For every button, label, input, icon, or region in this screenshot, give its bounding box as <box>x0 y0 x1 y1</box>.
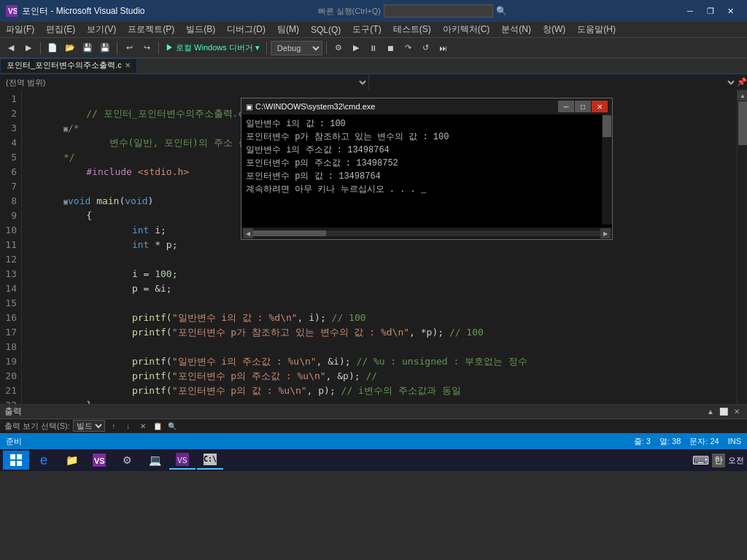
editor-area: 1 2 3 4 5 6 7 8 9 10 11 12 13 14 15 16 1… <box>0 90 747 404</box>
tb-misc-2[interactable]: ▶ <box>348 41 364 55</box>
tb-misc-7[interactable]: ⏭ <box>436 41 452 55</box>
line-num-4: 4 <box>0 136 17 150</box>
menu-sql[interactable]: SQL(Q) <box>305 22 347 37</box>
output-header-buttons: ▲ ⬜ ✕ <box>705 405 743 417</box>
menu-edit[interactable]: 편집(E) <box>40 22 81 37</box>
line-num-9: 9 <box>0 209 17 223</box>
tb-misc-5[interactable]: ↷ <box>400 41 417 55</box>
menu-team[interactable]: 팀(M) <box>271 22 305 37</box>
run-debugger-button[interactable]: ▶ 로컬 Windows 디버거 ▾ <box>163 42 263 53</box>
menu-analyze[interactable]: 분석(N) <box>495 22 537 37</box>
cmd-scroll-thumb[interactable] <box>603 115 611 137</box>
tb-undo-btn[interactable]: ↩ <box>121 41 137 55</box>
line-num-1: 1 <box>0 92 17 106</box>
function-dropdown[interactable] <box>369 74 738 90</box>
menu-tools[interactable]: 도구(T) <box>347 22 387 37</box>
taskbar-explorer[interactable]: 📁 <box>58 451 85 470</box>
output-misc-3[interactable]: ✕ <box>137 420 149 432</box>
menu-help[interactable]: 도움말(H) <box>571 22 622 37</box>
taskbar-vs-icon[interactable]: VS <box>86 451 112 470</box>
cmd-title-buttons: ─ □ ✕ <box>558 101 608 112</box>
output-up-btn[interactable]: ▲ <box>705 405 716 417</box>
tb-open-btn[interactable]: 📂 <box>62 41 78 55</box>
search-icon[interactable]: 🔍 <box>496 6 507 16</box>
menu-project[interactable]: 프로젝트(P) <box>122 22 180 37</box>
minimize-button[interactable]: ─ <box>680 4 700 18</box>
cmd-line-4: 포인터변수 p의 주소값 : 13498752 <box>246 157 608 170</box>
tb-misc-1[interactable]: ⚙ <box>330 41 347 55</box>
line-num-13: 13 <box>0 267 17 281</box>
cmd-hleft-arrow[interactable]: ◀ <box>243 228 253 238</box>
output-misc-5[interactable]: 🔍 <box>166 420 178 432</box>
line-num-8: 8 <box>0 194 17 209</box>
search-area: 빠른 실행(Ctrl+Q) 🔍 <box>318 4 507 18</box>
menu-arch[interactable]: 아키텍처(C) <box>437 22 496 37</box>
line-num-3: 3 <box>0 121 17 136</box>
menu-file[interactable]: 파일(F) <box>0 22 40 37</box>
cmd-icon: ▣ <box>246 103 252 111</box>
taskbar-ie[interactable]: e <box>31 451 57 470</box>
taskbar-keyboard-icon[interactable]: ⌨ <box>692 454 709 467</box>
tb-sep-2 <box>117 42 117 55</box>
window-title: 포인터 - Microsoft Visual Studio <box>22 5 145 18</box>
output-expand-btn[interactable]: ⬜ <box>718 405 729 417</box>
line-num-19: 19 <box>0 354 17 369</box>
scroll-up-arrow[interactable]: ▲ <box>738 90 747 101</box>
cmd-hscroll-thumb[interactable] <box>253 230 326 236</box>
cmd-close-btn[interactable]: ✕ <box>592 101 608 112</box>
taskbar-lang[interactable]: 한 <box>712 454 725 467</box>
taskbar-settings[interactable]: ⚙ <box>114 451 140 470</box>
cmd-scrollbar[interactable] <box>602 114 612 225</box>
start-button[interactable] <box>3 451 29 470</box>
line-num-5: 5 <box>0 150 17 165</box>
restore-button[interactable]: ❐ <box>700 4 721 18</box>
tb-save-btn[interactable]: 💾 <box>80 41 96 55</box>
config-dropdown[interactable]: Debug Release <box>271 41 322 55</box>
cmd-line-3: 일반변수 i의 주소값 : 13498764 <box>246 144 608 157</box>
editor-scrollbar[interactable]: ▲ <box>737 90 747 404</box>
menu-view[interactable]: 보기(V) <box>81 22 122 37</box>
cmd-title-left: ▣ C:\WINDOWS\system32\cmd.exe <box>246 102 375 111</box>
output-misc-4[interactable]: 📋 <box>152 420 163 432</box>
tb-fwd-btn[interactable]: ▶ <box>20 41 36 55</box>
status-char: 문자: 24 <box>689 436 719 447</box>
tb-misc-3[interactable]: ⏸ <box>365 41 382 55</box>
taskbar-cmd[interactable]: C:\ <box>197 451 223 470</box>
taskbar-computer[interactable]: 💻 <box>142 451 168 470</box>
tb-back-btn[interactable]: ◀ <box>3 41 19 55</box>
line-num-6: 6 <box>0 165 17 179</box>
tb-redo-btn[interactable]: ↪ <box>139 41 155 55</box>
tb-misc-6[interactable]: ↺ <box>418 41 434 55</box>
close-button[interactable]: ✕ <box>721 4 741 18</box>
tb-misc-4[interactable]: ⏹ <box>383 41 399 55</box>
output-misc-1[interactable]: ↑ <box>108 420 120 432</box>
output-close-btn[interactable]: ✕ <box>731 405 743 417</box>
cmd-hright-arrow[interactable]: ▶ <box>600 228 611 238</box>
line-num-11: 11 <box>0 238 17 252</box>
vs-logo: VS <box>6 5 18 17</box>
menu-window[interactable]: 창(W) <box>537 22 571 37</box>
scope-pin-icon: 📌 <box>737 74 747 90</box>
output-misc-2[interactable]: ↓ <box>123 420 134 432</box>
cmd-hscrollbar[interactable]: ◀ ▶ <box>241 228 612 239</box>
cmd-minimize-btn[interactable]: ─ <box>558 101 574 112</box>
scroll-thumb[interactable] <box>738 101 747 145</box>
tab-close-icon[interactable]: ✕ <box>125 61 131 69</box>
scope-dropdown[interactable]: (전역 범위) <box>0 74 369 90</box>
output-view-select[interactable]: 빌드 <box>73 420 105 432</box>
menu-build[interactable]: 빌드(B) <box>180 22 221 37</box>
search-label: 빠른 실행(Ctrl+Q) <box>318 6 381 17</box>
taskbar-vs2[interactable]: VS <box>169 451 196 470</box>
cmd-title-bar: ▣ C:\WINDOWS\system32\cmd.exe ─ □ ✕ <box>241 98 612 114</box>
cmd-line-2: 포인터변수 p가 참조하고 있는 변수의 값 : 100 <box>246 131 608 144</box>
toolbar: ◀ ▶ 📄 📂 💾 💾 ↩ ↪ ▶ 로컬 Windows 디버거 ▾ Debug… <box>0 38 747 58</box>
tb-new-btn[interactable]: 📄 <box>44 41 61 55</box>
menu-test[interactable]: 테스트(S) <box>387 22 437 37</box>
active-tab[interactable]: 포인터_포인터변수의주소출력.c ✕ <box>0 58 137 73</box>
quick-launch-input[interactable] <box>384 4 493 18</box>
menu-debug[interactable]: 디버그(D) <box>221 22 271 37</box>
svg-text:VS: VS <box>177 456 187 464</box>
tb-saveall-btn[interactable]: 💾 <box>97 41 113 55</box>
cmd-restore-btn[interactable]: □ <box>575 101 591 112</box>
line-num-20: 20 <box>0 369 17 384</box>
